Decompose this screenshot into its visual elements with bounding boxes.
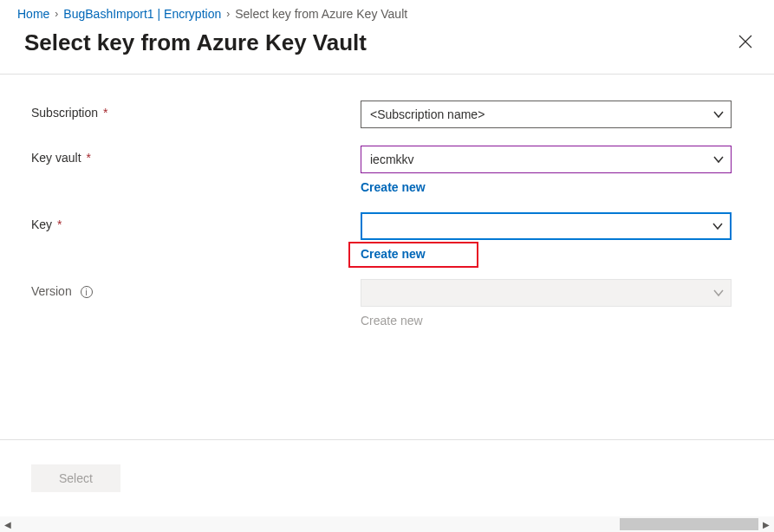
chevron-right-icon: › — [55, 8, 58, 20]
key-create-link[interactable]: Create new — [361, 247, 426, 261]
version-dropdown — [361, 279, 732, 307]
page-header: Select key from Azure Key Vault — [0, 26, 774, 75]
breadcrumb-current: Select key from Azure Key Vault — [235, 7, 407, 21]
info-icon[interactable]: i — [81, 286, 93, 298]
scroll-left-arrow[interactable]: ◀ — [0, 516, 16, 532]
keyvault-row: Key vault * iecmkkv Create new — [31, 146, 750, 195]
close-button[interactable] — [734, 30, 757, 55]
breadcrumb: Home › BugBashImport1 | Encryption › Sel… — [0, 0, 774, 26]
keyvault-label-text: Key vault — [31, 151, 81, 165]
required-marker: * — [86, 151, 90, 165]
chevron-down-icon — [713, 154, 724, 165]
version-label-text: Version — [31, 284, 72, 298]
subscription-row: Subscription * <Subscription name> — [31, 101, 750, 128]
version-label: Version i — [31, 279, 361, 298]
subscription-label-text: Subscription — [31, 106, 98, 120]
scroll-thumb[interactable] — [620, 518, 758, 530]
subscription-value: <Subscription name> — [370, 107, 485, 121]
keyvault-label: Key vault * — [31, 146, 361, 165]
breadcrumb-item[interactable]: BugBashImport1 | Encryption — [63, 7, 221, 21]
page-title: Select key from Azure Key Vault — [24, 29, 367, 56]
chevron-right-icon: › — [226, 8, 230, 20]
keyvault-create-link[interactable]: Create new — [361, 180, 426, 194]
footer: Select — [0, 439, 774, 516]
form-area: Subscription * <Subscription name> Key v… — [0, 75, 774, 363]
scroll-track[interactable] — [16, 516, 758, 532]
chevron-down-icon — [713, 288, 724, 298]
keyvault-dropdown[interactable]: iecmkkv — [361, 146, 732, 173]
required-marker: * — [103, 106, 107, 120]
chevron-down-icon — [713, 109, 724, 120]
key-dropdown[interactable] — [361, 212, 732, 240]
close-icon — [738, 34, 753, 49]
key-row: Key * Create new — [31, 212, 750, 262]
key-label-text: Key — [31, 217, 52, 231]
horizontal-scrollbar[interactable]: ◀ ▶ — [0, 516, 774, 532]
subscription-dropdown[interactable]: <Subscription name> — [361, 101, 732, 128]
required-marker: * — [57, 217, 62, 231]
select-button[interactable]: Select — [31, 464, 120, 492]
subscription-label: Subscription * — [31, 101, 361, 120]
version-row: Version i Create new — [31, 279, 750, 328]
scroll-right-arrow[interactable]: ▶ — [758, 516, 774, 532]
chevron-down-icon — [712, 221, 723, 231]
breadcrumb-home[interactable]: Home — [17, 7, 49, 21]
keyvault-value: iecmkkv — [370, 152, 414, 166]
key-label: Key * — [31, 212, 361, 231]
version-create-link: Create new — [361, 314, 423, 328]
